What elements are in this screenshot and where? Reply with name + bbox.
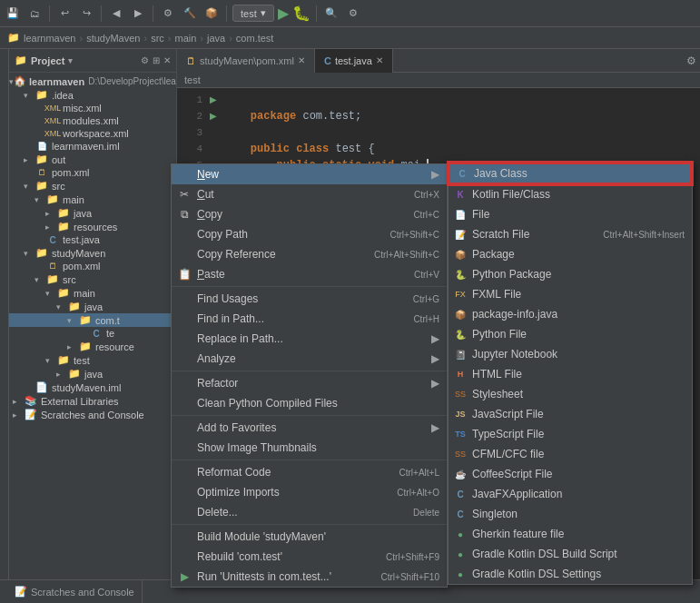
icon-build2[interactable]: 🔨 [181, 5, 199, 23]
tree-item-studymaven-main[interactable]: ▾ 📁 main [9, 286, 176, 300]
submenu-item-python-package[interactable]: 🐍 Python Package [449, 264, 692, 284]
tree-item-studymaven-src[interactable]: ▾ 📁 src [9, 272, 176, 286]
tree-item-studymaven-iml[interactable]: 📄 studyMaven.iml [9, 381, 176, 394]
tree-item-learnmaven[interactable]: ▾ 🏠 learnmaven D:\DevelopProject\learnma… [9, 74, 176, 88]
submenu-item-javafx[interactable]: C JavaFXApplication [449, 484, 692, 504]
tree-item-te-java[interactable]: C te [9, 327, 176, 340]
scratch-icon: 📝 [24, 409, 38, 420]
submenu-item-jupyter[interactable]: 📓 Jupyter Notebook [449, 344, 692, 364]
breadcrumb-item-java[interactable]: java [207, 33, 225, 44]
icon-search[interactable]: 🔍 [322, 5, 340, 23]
tab-test-java[interactable]: C test.java ✕ [315, 49, 393, 73]
menu-item-copy[interactable]: ⧉ Copy Ctrl+C [172, 204, 447, 224]
settings-icon[interactable]: ⚙ [686, 54, 696, 67]
tree-item-main[interactable]: ▾ 📁 main [9, 193, 176, 206]
submenu-item-package[interactable]: 📦 Package [449, 244, 692, 264]
project-tree: ▾ 🏠 learnmaven D:\DevelopProject\learnma… [9, 73, 176, 579]
menu-item-run-unittests[interactable]: ▶ Run 'Unittests in com.test...' Ctrl+Sh… [172, 567, 447, 587]
menu-item-clean-python[interactable]: Clean Python Compiled Files [172, 393, 447, 413]
menu-item-show-thumbnails[interactable]: Show Image Thumbnails [172, 438, 447, 458]
tree-item-learnmaven-iml[interactable]: 📄 learnmaven.iml [9, 140, 176, 153]
submenu-item-gradle-kotlin-build[interactable]: ● Gradle Kotlin DSL Build Script [449, 544, 692, 564]
tree-item-src[interactable]: ▾ 📁 src [9, 179, 176, 193]
tree-item-studymaven-pom[interactable]: 🗒 pom.xml [9, 260, 176, 272]
close-icon[interactable]: ✕ [163, 55, 171, 65]
tab-close-icon[interactable]: ✕ [376, 55, 383, 65]
menu-item-optimize-imports[interactable]: Optimize Imports Ctrl+Alt+O [172, 482, 447, 502]
bottom-tab-scratches[interactable]: 📝 Scratches and Console [7, 580, 143, 604]
submenu-item-java-class[interactable]: C Java Class [449, 163, 692, 184]
submenu-item-python-file[interactable]: 🐍 Python File [449, 324, 692, 344]
submenu-item-package-info[interactable]: 📦 package-info.java [449, 304, 692, 324]
tree-item-pom-xml[interactable]: 🗒 pom.xml [9, 166, 176, 179]
tree-item-studymaven-java[interactable]: ▾ 📁 java [9, 300, 176, 313]
tab-pom-xml[interactable]: 🗒 studyMaven\pom.xml ✕ [177, 49, 315, 73]
debug-button[interactable]: 🐛 [292, 5, 311, 22]
menu-item-delete[interactable]: Delete... Delete [172, 502, 447, 522]
icon-back[interactable]: ◀ [107, 5, 125, 23]
tree-item-test-folder[interactable]: ▾ 📁 test [9, 353, 176, 367]
tree-item-resource[interactable]: ▸ 📁 resource [9, 340, 176, 353]
submenu-item-file[interactable]: 📄 File [449, 204, 692, 224]
icon-undo[interactable]: ↩ [55, 5, 74, 23]
tree-item-studymaven[interactable]: ▾ 📁 studyMaven [9, 246, 176, 260]
icon-build1[interactable]: ⚙ [159, 5, 177, 23]
tree-item-external-libs[interactable]: ▸ 📚 External Libraries [9, 394, 176, 408]
submenu-item-kotlin[interactable]: K Kotlin File/Class [449, 184, 692, 204]
menu-item-replace-in-path[interactable]: Replace in Path... ▶ [172, 329, 447, 349]
breadcrumb-item-learnmaven[interactable]: learnmaven [24, 33, 75, 44]
menu-item-build-module[interactable]: Build Module 'studyMaven' [172, 527, 447, 547]
menu-item-analyze[interactable]: Analyze ▶ [172, 349, 447, 369]
submenu-item-singleton[interactable]: C Singleton [449, 504, 692, 524]
breadcrumb-item-comtest[interactable]: com.test [236, 33, 274, 44]
icon-settings[interactable]: ⚙ [344, 5, 362, 23]
submenu-item-scratch[interactable]: 📝 Scratch File Ctrl+Alt+Shift+Insert [449, 224, 692, 244]
icon-save-all[interactable]: 🗂 [25, 5, 44, 23]
tree-item-workspace-xml[interactable]: XML workspace.xml [9, 127, 176, 140]
run-gutter-icon[interactable]: ▶ [210, 92, 224, 108]
tree-item-scratches[interactable]: ▸ 📝 Scratches and Console [9, 408, 176, 421]
tree-item-java[interactable]: ▸ 📁 java [9, 206, 176, 220]
submenu-item-fxml[interactable]: FX FXML File [449, 284, 692, 304]
menu-item-reformat[interactable]: Reformat Code Ctrl+Alt+L [172, 462, 447, 482]
submenu-item-typescript[interactable]: TS TypeScript File [449, 424, 692, 444]
icon-forward[interactable]: ▶ [129, 5, 147, 23]
tree-item-modules-xml[interactable]: XML modules.xml [9, 114, 176, 127]
menu-item-refactor[interactable]: Refactor ▶ [172, 373, 447, 393]
run-config-selector[interactable]: test ▾ [232, 5, 274, 22]
tree-item-test-java-folder[interactable]: ▸ 📁 java [9, 367, 176, 381]
menu-item-cut[interactable]: ✂ Cut Ctrl+X [172, 184, 447, 204]
icon-build3[interactable]: 📦 [202, 5, 221, 23]
icon-redo[interactable]: ↪ [77, 5, 95, 23]
icon-save[interactable]: 💾 [4, 5, 22, 23]
tree-item-resources[interactable]: ▸ 📁 resources [9, 220, 176, 233]
breadcrumb-item-studymaven[interactable]: studyMaven [86, 33, 140, 44]
expand-icon[interactable]: ⊞ [153, 55, 160, 65]
menu-item-copy-reference[interactable]: Copy Reference Ctrl+Alt+Shift+C [172, 244, 447, 264]
run-gutter-icon[interactable]: ▶ [210, 108, 224, 124]
breadcrumb-item-main[interactable]: main [174, 33, 196, 44]
menu-item-copy-path[interactable]: Copy Path Ctrl+Shift+C [172, 224, 447, 244]
tree-item-idea[interactable]: ▾ 📁 .idea [9, 88, 176, 102]
tab-close-icon[interactable]: ✕ [298, 55, 305, 65]
menu-item-new[interactable]: New ▶ [172, 164, 447, 184]
tree-item-misc-xml[interactable]: XML misc.xml [9, 102, 176, 114]
submenu-item-cfml[interactable]: SS CFML/CFC file [449, 444, 692, 464]
submenu-item-gherkin[interactable]: ● Gherkin feature file [449, 524, 692, 544]
menu-item-add-favorites[interactable]: Add to Favorites ▶ [172, 418, 447, 438]
menu-item-rebuild[interactable]: Rebuild 'com.test' Ctrl+Shift+F9 [172, 547, 447, 567]
tree-item-com-test[interactable]: ▾ 📁 com.t [9, 313, 176, 327]
breadcrumb-item-src[interactable]: src [151, 33, 164, 44]
tree-item-test-java[interactable]: C test.java [9, 233, 176, 246]
menu-item-find-in-path[interactable]: Find in Path... Ctrl+H [172, 309, 447, 329]
gear-icon[interactable]: ⚙ [141, 55, 149, 65]
menu-item-paste[interactable]: 📋 Paste Ctrl+V [172, 264, 447, 284]
menu-item-find-usages[interactable]: Find Usages Ctrl+G [172, 289, 447, 309]
submenu-item-stylesheet[interactable]: SS Stylesheet [449, 384, 692, 404]
submenu-item-javascript[interactable]: JS JavaScript File [449, 404, 692, 424]
submenu-item-html[interactable]: H HTML File [449, 364, 692, 384]
submenu-item-coffeescript[interactable]: ☕ CoffeeScript File [449, 464, 692, 484]
submenu-item-gradle-kotlin-settings[interactable]: ● Gradle Kotlin DSL Settings [449, 564, 692, 584]
run-button[interactable]: ▶ [278, 5, 289, 22]
tree-item-out[interactable]: ▸ 📁 out [9, 153, 176, 166]
